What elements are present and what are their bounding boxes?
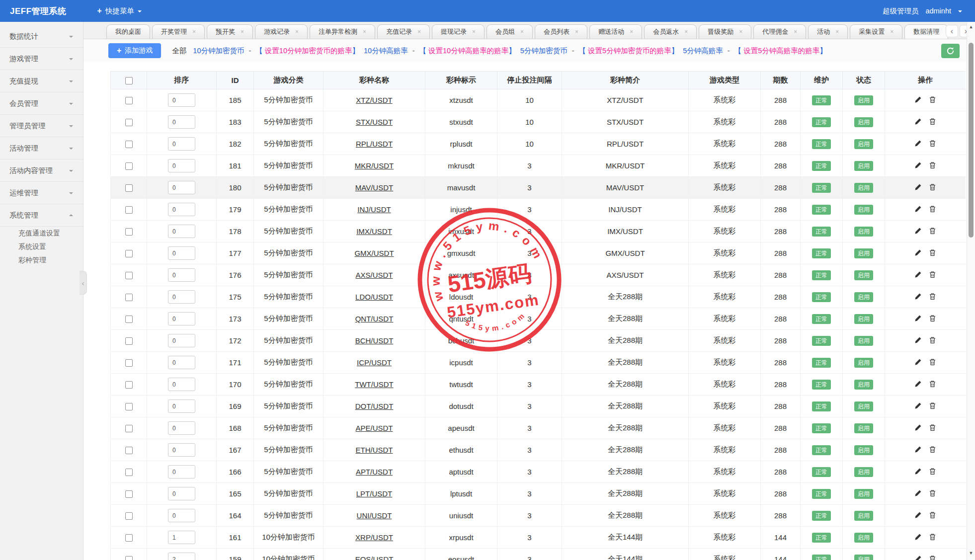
- status-badge[interactable]: 启用: [854, 358, 873, 368]
- row-checkbox[interactable]: [125, 403, 133, 410]
- row-checkbox[interactable]: [125, 512, 133, 520]
- edit-icon[interactable]: [914, 555, 922, 560]
- maintain-badge[interactable]: 正常: [812, 511, 831, 521]
- maintain-badge[interactable]: 正常: [812, 205, 831, 215]
- maintain-badge[interactable]: 正常: [812, 467, 831, 477]
- tab-close-icon[interactable]: ×: [241, 29, 244, 35]
- tabs-scroll-left-button[interactable]: ‹: [946, 25, 958, 37]
- game-name-link[interactable]: RPL/USDT: [356, 140, 393, 148]
- filter-setting-link[interactable]: 【 设置10分钟加密货币的赔率】: [255, 46, 359, 56]
- edit-icon[interactable]: [914, 227, 922, 236]
- scroll-up-arrow-icon[interactable]: ▲: [967, 23, 975, 31]
- sort-input[interactable]: [168, 487, 195, 500]
- status-badge[interactable]: 启用: [854, 423, 873, 433]
- filter-setting-link[interactable]: 【 设置10分钟高赔率的赔率】: [419, 46, 515, 56]
- sort-input[interactable]: [168, 509, 195, 522]
- game-name-link[interactable]: LPT/USDT: [356, 489, 393, 498]
- status-badge[interactable]: 启用: [854, 205, 873, 215]
- row-checkbox[interactable]: [125, 250, 133, 257]
- status-badge[interactable]: 启用: [854, 292, 873, 302]
- game-name-link[interactable]: AXS/USDT: [355, 271, 393, 279]
- delete-icon[interactable]: [929, 424, 936, 433]
- filter-setting-link[interactable]: 【 设置5分钟加密货币的赔率】: [579, 46, 679, 56]
- delete-icon[interactable]: [929, 511, 936, 520]
- status-badge[interactable]: 启用: [854, 139, 873, 149]
- sidebar-subitem-充值通道设置[interactable]: 充值通道设置: [0, 227, 83, 240]
- status-badge[interactable]: 启用: [854, 445, 873, 455]
- sort-input[interactable]: [168, 268, 195, 282]
- sidebar-item-管理员管理[interactable]: 管理员管理: [0, 115, 83, 137]
- status-badge[interactable]: 启用: [854, 161, 873, 171]
- delete-icon[interactable]: [929, 533, 936, 542]
- game-name-link[interactable]: TWT/USDT: [355, 380, 393, 389]
- maintain-badge[interactable]: 正常: [812, 380, 831, 390]
- sidebar-item-数据统计[interactable]: 数据统计: [0, 25, 83, 48]
- sort-input[interactable]: [168, 400, 195, 413]
- edit-icon[interactable]: [914, 489, 922, 498]
- maintain-badge[interactable]: 正常: [812, 227, 831, 237]
- edit-icon[interactable]: [914, 249, 922, 258]
- edit-icon[interactable]: [914, 271, 922, 280]
- tab-close-icon[interactable]: ×: [363, 29, 366, 35]
- status-badge[interactable]: 启用: [854, 555, 873, 560]
- game-name-link[interactable]: APT/USDT: [356, 468, 393, 476]
- sort-input[interactable]: [168, 378, 195, 391]
- game-name-link[interactable]: XRP/USDT: [355, 533, 393, 542]
- delete-icon[interactable]: [929, 183, 936, 192]
- tab-close-icon[interactable]: ×: [794, 29, 797, 35]
- delete-icon[interactable]: [929, 380, 936, 389]
- maintain-badge[interactable]: 正常: [812, 183, 831, 193]
- maintain-badge[interactable]: 正常: [812, 401, 831, 411]
- refresh-button[interactable]: [941, 44, 960, 58]
- filter-all[interactable]: 全部: [172, 46, 186, 56]
- status-badge[interactable]: 启用: [854, 511, 873, 521]
- status-badge[interactable]: 启用: [854, 270, 873, 280]
- delete-icon[interactable]: [929, 96, 936, 105]
- game-name-link[interactable]: EOS/USDT: [355, 555, 394, 560]
- row-checkbox[interactable]: [125, 425, 133, 432]
- tab-预开奖[interactable]: 预开奖×: [207, 24, 253, 39]
- vertical-scrollbar[interactable]: ▲ ▼: [967, 22, 975, 560]
- game-name-link[interactable]: STX/USDT: [356, 118, 393, 126]
- tab-close-icon[interactable]: ×: [739, 29, 742, 35]
- tab-close-icon[interactable]: ×: [192, 29, 196, 35]
- delete-icon[interactable]: [929, 555, 936, 560]
- status-badge[interactable]: 启用: [854, 380, 873, 390]
- status-badge[interactable]: 启用: [854, 227, 873, 237]
- delete-icon[interactable]: [929, 227, 936, 236]
- tab-close-icon[interactable]: ×: [472, 29, 476, 35]
- tab-赠送活动[interactable]: 赠送活动×: [589, 24, 642, 39]
- edit-icon[interactable]: [914, 358, 922, 367]
- quick-menu-button[interactable]: + 快捷菜单: [97, 6, 142, 16]
- sort-input[interactable]: [168, 334, 195, 347]
- status-badge[interactable]: 启用: [854, 401, 873, 411]
- edit-icon[interactable]: [914, 336, 922, 345]
- tab-close-icon[interactable]: ×: [295, 29, 299, 35]
- sort-input[interactable]: [168, 115, 195, 129]
- status-badge[interactable]: 启用: [854, 489, 873, 499]
- delete-icon[interactable]: [929, 315, 936, 323]
- game-name-link[interactable]: DOT/USDT: [355, 402, 394, 410]
- sort-input[interactable]: [168, 465, 195, 479]
- maintain-badge[interactable]: 正常: [812, 489, 831, 499]
- status-badge[interactable]: 启用: [854, 533, 873, 543]
- game-name-link[interactable]: XTZ/USDT: [356, 96, 392, 104]
- game-name-link[interactable]: UNI/USDT: [357, 511, 392, 520]
- tab-会员列表[interactable]: 会员列表×: [535, 24, 587, 39]
- maintain-badge[interactable]: 正常: [812, 336, 831, 346]
- edit-icon[interactable]: [914, 161, 922, 170]
- game-name-link[interactable]: MKR/USDT: [355, 161, 394, 170]
- tab-开奖管理[interactable]: 开奖管理×: [152, 24, 205, 39]
- delete-icon[interactable]: [929, 446, 936, 455]
- row-checkbox[interactable]: [125, 359, 133, 367]
- tab-我的桌面[interactable]: 我的桌面: [106, 24, 150, 39]
- sort-input[interactable]: [168, 312, 195, 325]
- row-checkbox[interactable]: [125, 316, 133, 323]
- tab-充值记录[interactable]: 充值记录×: [377, 24, 430, 39]
- sort-input[interactable]: [168, 203, 195, 216]
- tab-晋级奖励[interactable]: 晋级奖励×: [699, 24, 751, 39]
- game-name-link[interactable]: APE/USDT: [355, 424, 393, 432]
- tab-会员组[interactable]: 会员组×: [487, 24, 533, 39]
- tab-注单异常检测[interactable]: 注单异常检测×: [310, 24, 375, 39]
- game-name-link[interactable]: INJ/USDT: [357, 205, 391, 214]
